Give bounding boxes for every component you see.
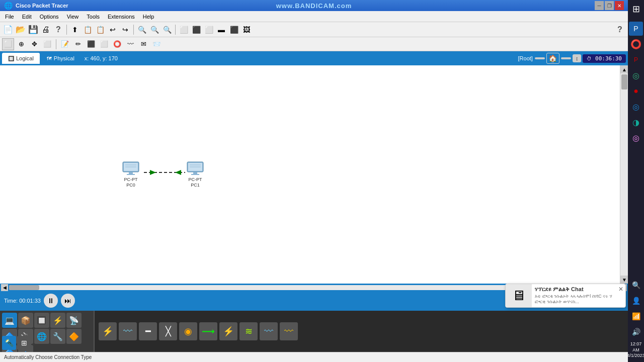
tool-ellipse[interactable]: ⭕	[111, 38, 123, 50]
tb-undo[interactable]: ↩	[107, 24, 119, 36]
dock-icon-2[interactable]: ⭕	[629, 37, 643, 51]
device-switches[interactable]: 📦	[18, 313, 33, 328]
tool-pointer[interactable]: ⊕	[15, 38, 27, 50]
tb-zoom-out[interactable]: 🔍	[148, 24, 160, 36]
root-back-btn[interactable]	[535, 57, 545, 59]
grid-icon[interactable]: ⊞	[17, 336, 31, 350]
tb-zoom-reset[interactable]: 🔍	[161, 24, 173, 36]
dock-icon-6[interactable]: ◎	[629, 100, 643, 114]
conn-crossover[interactable]: ╳	[159, 322, 177, 340]
scroll-down-arrow[interactable]: ▼	[620, 276, 628, 284]
conn-coax[interactable]: 〰	[260, 322, 278, 340]
svg-rect-11	[193, 172, 197, 174]
new-cluster-btn[interactable]: 🏠	[546, 53, 559, 64]
move-btn[interactable]	[561, 57, 571, 59]
play-pause-btn[interactable]: ⏸	[44, 294, 58, 308]
canvas-area[interactable]: PC-PT PC0 PC-PT PC1	[0, 65, 620, 284]
tool-pdu[interactable]: 📨	[150, 38, 163, 50]
menu-file[interactable]: File	[1, 13, 18, 21]
menu-view[interactable]: View	[63, 13, 83, 21]
menu-help[interactable]: Help	[139, 13, 158, 21]
h-scroll-thumb[interactable]	[9, 285, 39, 290]
minimize-button[interactable]: ─	[595, 1, 604, 10]
svg-marker-2	[175, 170, 181, 175]
connection-types-panel: ⚡ 〰 ━ ╳ ◉ ⟿ ⚡ ≋ 〰 〰	[95, 311, 628, 352]
tb-redo[interactable]: ↪	[119, 24, 131, 36]
conn-auto[interactable]: ⚡	[99, 322, 117, 340]
dock-icon-7[interactable]: ◑	[629, 115, 643, 129]
conn-straight[interactable]: ━	[139, 322, 157, 340]
tool-freeform[interactable]: 〰	[124, 38, 136, 50]
tb-viewport[interactable]: 🖼	[240, 24, 253, 36]
vertical-scrollbar[interactable]: ▲ ▼	[620, 65, 628, 284]
dock-icon-5[interactable]: ●	[629, 84, 643, 98]
tb-bar[interactable]: ▬	[215, 24, 227, 36]
tb-scroll[interactable]: ⬛	[228, 24, 240, 36]
tab-logical[interactable]: 🔲 Logical	[2, 53, 40, 64]
menu-options[interactable]: Options	[36, 13, 63, 21]
tb-save[interactable]: 💾	[27, 24, 39, 36]
scroll-thumb[interactable]	[621, 74, 627, 89]
device-wireless[interactable]: 📡	[66, 313, 82, 328]
dock-clock: 12:07 AM 4/1/2023	[626, 340, 644, 360]
conn-fiber[interactable]: 〰	[280, 322, 298, 340]
pc0-device[interactable]: PC-PT PC0	[121, 161, 141, 188]
close-button[interactable]: ✕	[615, 1, 624, 10]
menu-edit[interactable]: Edit	[18, 13, 36, 21]
menu-tools[interactable]: Tools	[83, 13, 104, 21]
conn-phone[interactable]: ≋	[239, 322, 258, 340]
conn-console[interactable]: 〰	[119, 322, 137, 340]
conn-rollover[interactable]: ◉	[179, 322, 197, 340]
tb-paste[interactable]: 📋	[94, 24, 106, 36]
dock-network[interactable]: 📶	[629, 309, 643, 323]
tool-select[interactable]: ⬜	[2, 38, 14, 50]
tb-rect[interactable]: ⬜	[178, 24, 190, 36]
dock-icon-3[interactable]: P	[629, 53, 643, 67]
tb-zoom-in[interactable]: 🔍	[136, 24, 148, 36]
chat-device-icon: 🖥	[506, 284, 532, 307]
tool-pencil[interactable]: ✏	[72, 38, 84, 50]
dock-icon-4[interactable]: ◎	[629, 68, 643, 82]
tb-new[interactable]: 📄	[2, 24, 14, 36]
dock-icon-8[interactable]: ◎	[629, 131, 643, 145]
device-routers[interactable]: 🔲	[34, 313, 49, 328]
tb-copy[interactable]: 📋	[82, 24, 94, 36]
tb-print[interactable]: 🖨	[40, 24, 52, 36]
dock-icon-1[interactable]: P	[629, 22, 643, 36]
pc1-device[interactable]: PC-PT PC1	[185, 161, 205, 188]
tb-help[interactable]: ?	[52, 24, 64, 36]
dock-search[interactable]: 🔍	[629, 278, 643, 292]
tb-question[interactable]: ?	[614, 24, 626, 36]
dock-person[interactable]: 👤	[629, 294, 643, 308]
tb-custom[interactable]: ⬜	[203, 24, 215, 36]
device-custom[interactable]: 🌐	[34, 329, 49, 344]
fast-forward-btn[interactable]: ⏭	[61, 294, 75, 308]
dock-windows-icon[interactable]: ⊞	[629, 2, 643, 16]
device-misc1[interactable]: 🔶	[66, 329, 82, 344]
conn-dce[interactable]: ⚡	[219, 322, 237, 340]
restore-button[interactable]: ❐	[605, 1, 614, 10]
tab-physical[interactable]: 🗺 Physical	[41, 53, 80, 64]
scroll-left-arrow[interactable]: ◀	[1, 284, 8, 291]
device-hubs[interactable]: ⚡	[50, 313, 65, 328]
inspect-icon[interactable]: 🔦	[2, 336, 16, 350]
tool-move[interactable]: ✥	[28, 38, 40, 50]
tool-email[interactable]: ✉	[137, 38, 149, 50]
chat-notification[interactable]: 🖥 ሃፕርደዩ ምልልቅ Chat እቲ ፎ•ርቂ ንሱልኦት ኣኣ ኣሉሰሞl…	[505, 284, 626, 308]
device-multiuser[interactable]: 🔧	[50, 329, 65, 344]
viewport-btn[interactable]: ↕	[573, 54, 582, 62]
scroll-up-arrow[interactable]: ▲	[620, 65, 628, 73]
tool-marquee[interactable]: ⬜	[41, 38, 53, 50]
menu-extensions[interactable]: Extensions	[104, 13, 139, 21]
tb-open[interactable]: 📂	[15, 24, 27, 36]
tb-frame[interactable]: ⬛	[190, 24, 202, 36]
tool-rect2[interactable]: ⬜	[98, 38, 110, 50]
chat-close-button[interactable]: ✕	[616, 284, 625, 307]
conn-serial[interactable]: ⟿	[199, 322, 217, 340]
tb-activity[interactable]: ⬆	[69, 24, 81, 36]
dock-sound[interactable]: 🔊	[629, 325, 643, 339]
tool-note[interactable]: 📝	[59, 38, 71, 50]
tool-line[interactable]: ⬛	[85, 38, 97, 50]
svg-marker-1	[150, 170, 156, 175]
device-end-devices[interactable]: 💻	[2, 313, 17, 328]
